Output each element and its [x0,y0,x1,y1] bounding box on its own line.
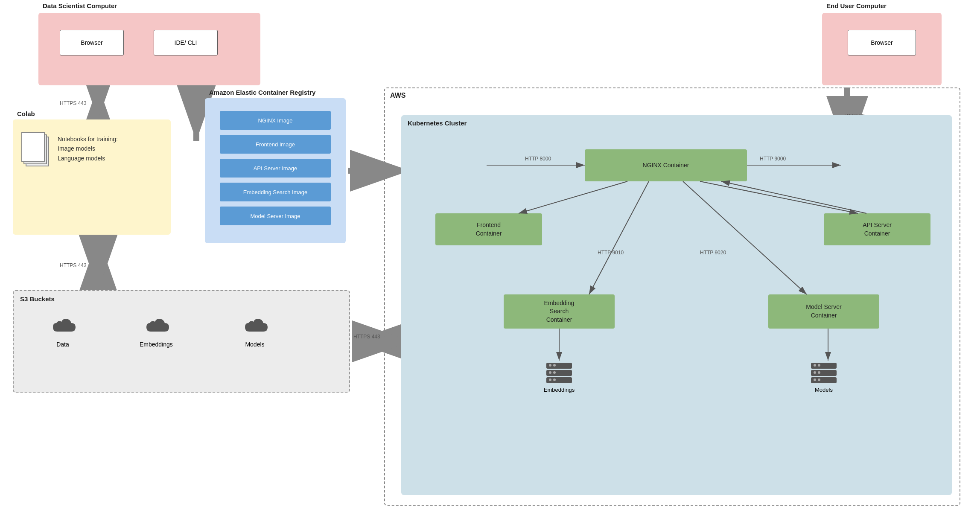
frontend-container: Frontend Container [435,213,542,245]
svg-line-25 [589,181,649,294]
k8s-label: Kubernetes Cluster [408,119,467,127]
s3-label: S3 Buckets [20,295,55,303]
http-9010-label: HTTP 9010 [598,250,624,256]
models-storage: Models [781,363,866,393]
s3-models-item: Models [240,317,270,348]
eu-computer-label: End User Computer [826,2,887,9]
eu-browser-label: Browser [871,39,892,46]
colab-label: Colab [17,110,35,117]
ecr-item-0: NGINX Image [220,111,331,130]
http-8000-label: HTTP 8000 [525,156,551,162]
embeddings-storage-label: Embeddings [516,387,602,393]
http-9000-label: HTTP 9000 [760,156,786,162]
ecr-item-3: Embedding Search Image [220,183,331,201]
ecr-item-1: Frontend Image [220,135,331,154]
eu-computer-region: End User Computer Browser [822,13,942,85]
ecr-item-4: Model Server Image [220,207,331,225]
svg-line-24 [721,181,866,213]
notebook-icon [21,132,51,169]
ds-computer-label: Data Scientist Computer [43,2,117,9]
model-container: Model Server Container [768,294,879,329]
colab-description: Notebooks for training: Image models Lan… [58,134,118,163]
eu-browser-box: Browser [848,30,916,55]
s3-region: S3 Buckets Data Embeddings Models [13,290,350,393]
ds-browser-label: Browser [81,39,102,46]
svg-line-26 [683,181,807,294]
aws-label: AWS [390,92,405,99]
diagram-container: Data Scientist Computer Browser IDE/ CLI… [0,0,980,524]
ds-browser-box: Browser [60,30,124,55]
https-443-ds-label: HTTPS 443 [60,100,87,106]
s3-data-item: Data [48,317,78,348]
embed-server-icon [516,363,602,383]
embedding-container: Embedding Search Container [504,294,615,329]
api-container: API Server Container [824,213,930,245]
http-9020-label: HTTP 9020 [700,250,726,256]
ecr-region: Amazon Elastic Container Registry NGINX … [205,98,346,243]
s3-embeddings-item: Embeddings [140,317,173,348]
models-storage-label: Models [781,387,866,393]
ecr-label: Amazon Elastic Container Registry [209,89,315,96]
ide-label: IDE/ CLI [175,39,197,46]
https-443-s3-label: HTTPS 443 [353,334,380,340]
k8s-region: Kubernetes Cluster NGINX Container HTTP … [401,115,952,495]
embeddings-storage: Embeddings [516,363,602,393]
ide-box: IDE/ CLI [154,30,218,55]
svg-line-22 [519,181,627,213]
nginx-container: NGINX Container [585,149,747,181]
ds-computer-region: Data Scientist Computer Browser IDE/ CLI [38,13,260,85]
https-443-colab-label: HTTPS 443 [60,262,87,268]
ecr-item-2: API Server Image [220,159,331,178]
svg-line-23 [700,181,858,213]
models-server-icon [781,363,866,383]
colab-region: Colab Notebooks for training: Image mode… [13,119,171,235]
